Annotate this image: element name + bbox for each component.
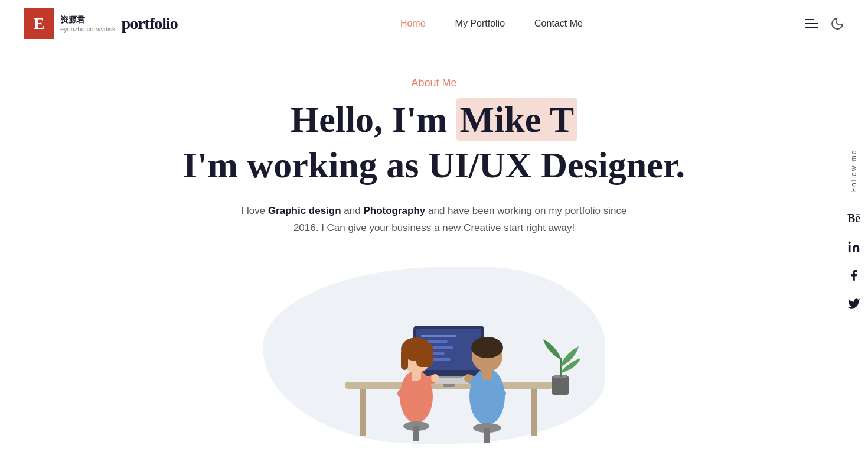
hero-title-line1: Hello, I'm Mike T — [291, 99, 577, 141]
nav-portfolio[interactable]: My Portfolio — [455, 18, 505, 29]
linkedin-icon[interactable] — [846, 238, 862, 255]
svg-point-32 — [849, 241, 851, 244]
svg-rect-24 — [482, 371, 492, 380]
svg-rect-18 — [412, 372, 421, 381]
svg-rect-26 — [484, 428, 490, 443]
svg-rect-2 — [531, 389, 537, 436]
svg-rect-31 — [560, 358, 562, 377]
behance-icon[interactable]: Bē — [846, 210, 862, 226]
svg-rect-17 — [416, 343, 433, 367]
nav-contact[interactable]: Contact Me — [534, 18, 583, 29]
logo-portfolio: portfolio — [122, 14, 178, 33]
main-nav: Home My Portfolio Contact Me — [400, 18, 583, 29]
svg-point-23 — [471, 337, 503, 358]
svg-rect-20 — [413, 426, 419, 441]
svg-rect-1 — [360, 389, 366, 436]
header-right — [805, 17, 844, 31]
twitter-icon[interactable] — [846, 295, 862, 311]
logo-icon: E — [24, 8, 54, 39]
svg-rect-16 — [401, 349, 408, 370]
svg-rect-7 — [421, 335, 456, 337]
logo-url: eyunzhu.com/vdisk — [60, 25, 116, 33]
logo-chinese: 资源君 — [60, 15, 116, 25]
nav-home[interactable]: Home — [400, 18, 426, 29]
svg-point-28 — [464, 374, 472, 382]
hamburger-icon[interactable] — [805, 19, 818, 28]
logo-area: E 资源君 eyunzhu.com/vdisk portfolio — [24, 8, 178, 39]
hero-title-line2: I'm working as UI/UX Designer. — [183, 144, 685, 186]
svg-rect-29 — [552, 376, 569, 395]
hero-description: I love Graphic design and Photography an… — [227, 203, 641, 237]
about-label: About Me — [411, 77, 456, 89]
svg-point-27 — [431, 374, 439, 382]
dark-mode-icon[interactable] — [830, 17, 844, 31]
facebook-icon[interactable] — [846, 267, 862, 283]
logo-text-block: 资源君 eyunzhu.com/vdisk — [60, 15, 116, 33]
follow-me-text: Follow me — [850, 150, 858, 193]
desk-illustration — [257, 267, 611, 456]
follow-sidebar: Follow me Bē — [840, 138, 868, 324]
header: E 资源君 eyunzhu.com/vdisk portfolio Home M… — [0, 0, 868, 47]
main-content: About Me Hello, I'm Mike T I'm working a… — [0, 47, 868, 456]
illustration-area — [251, 267, 617, 456]
